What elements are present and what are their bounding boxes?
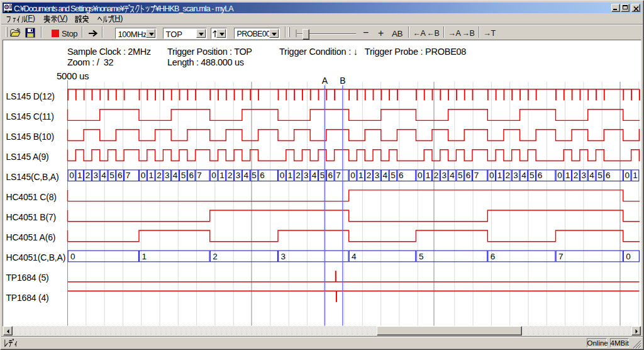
svg-text:B: B [340,76,345,86]
svg-text:3: 3 [304,171,309,180]
svg-text:1: 1 [148,171,153,180]
svg-text:2: 2 [506,171,511,180]
svg-text:1: 1 [287,171,292,180]
svg-text:5: 5 [320,171,325,180]
svg-text:2: 2 [228,171,233,180]
svg-text:6: 6 [260,171,265,180]
svg-text:2: 2 [157,171,162,180]
svg-text:6: 6 [399,171,404,180]
svg-text:4: 4 [101,171,106,180]
svg-text:6: 6 [328,171,333,180]
svg-text:A: A [322,76,328,86]
svg-text:4: 4 [521,171,526,180]
svg-text:3: 3 [375,171,380,180]
svg-text:3: 3 [281,252,286,261]
svg-text:1: 1 [633,171,638,180]
svg-text:6: 6 [118,171,123,180]
svg-text:4: 4 [244,171,249,180]
svg-text:2: 2 [296,171,301,180]
svg-text:2: 2 [574,171,579,180]
svg-text:5: 5 [391,171,396,180]
svg-text:0: 0 [69,171,74,180]
svg-text:5: 5 [252,171,257,180]
svg-text:0: 0 [350,171,355,180]
svg-text:0: 0 [418,171,423,180]
svg-text:0: 0 [625,171,630,180]
svg-text:2: 2 [213,252,218,261]
svg-text:0: 0 [211,171,216,180]
svg-text:4: 4 [450,171,455,180]
svg-text:3: 3 [513,171,518,180]
svg-text:1: 1 [565,171,570,180]
svg-text:5: 5 [530,171,535,180]
svg-text:0: 0 [557,171,562,180]
svg-text:7: 7 [197,171,202,180]
svg-text:2: 2 [86,171,91,180]
svg-text:7: 7 [558,252,564,261]
svg-text:4: 4 [382,171,387,180]
svg-text:5: 5 [458,171,463,180]
svg-text:1: 1 [426,171,431,180]
svg-text:5: 5 [181,171,186,180]
svg-text:7: 7 [336,171,341,180]
svg-text:6: 6 [491,252,496,261]
svg-text:3: 3 [94,171,99,180]
svg-text:1: 1 [358,171,364,180]
svg-text:4: 4 [312,171,317,180]
svg-text:6: 6 [538,171,543,180]
svg-text:7: 7 [126,171,131,180]
svg-text:0: 0 [141,171,146,180]
svg-text:4: 4 [589,171,594,180]
svg-text:6: 6 [189,171,194,180]
svg-text:5: 5 [597,171,602,180]
svg-text:0: 0 [626,252,631,261]
svg-text:4: 4 [352,252,357,261]
svg-text:4: 4 [173,171,178,180]
svg-text:6: 6 [606,171,611,180]
svg-text:6: 6 [466,171,471,180]
svg-text:0: 0 [70,252,75,261]
svg-text:1: 1 [77,171,82,180]
svg-text:2: 2 [434,171,439,180]
svg-text:3: 3 [441,171,447,180]
svg-text:5: 5 [109,171,114,180]
svg-text:7: 7 [474,171,479,180]
svg-text:2: 2 [367,171,372,180]
svg-text:1: 1 [219,171,225,180]
svg-text:0: 0 [489,171,494,180]
svg-text:3: 3 [165,171,170,180]
svg-text:1: 1 [497,171,502,180]
svg-text:3: 3 [582,171,587,180]
svg-text:3: 3 [236,171,241,180]
svg-text:1: 1 [142,252,147,261]
svg-text:0: 0 [280,171,285,180]
svg-text:5: 5 [419,252,424,261]
